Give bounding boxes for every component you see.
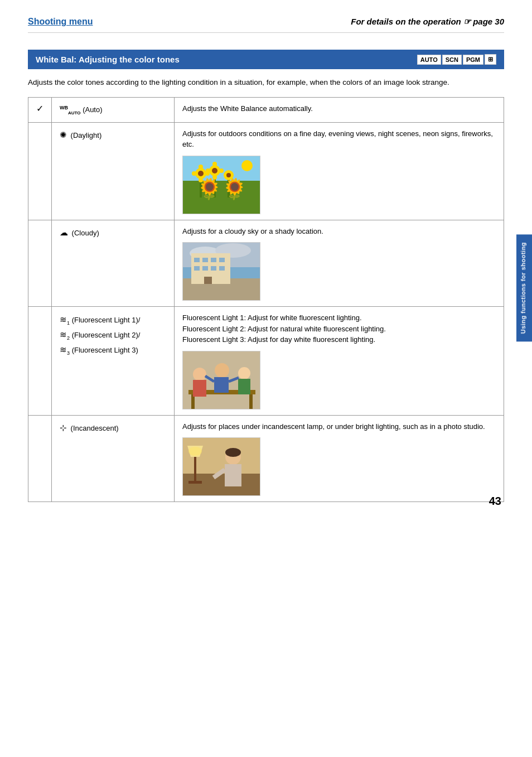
incandescent-desc-cell: Adjusts for places under incandescent la… (175, 415, 504, 502)
main-table: ✓ WBAUTO (Auto) Adjusts the White Balanc… (28, 97, 504, 502)
cloudy-icon: ☁ (60, 228, 68, 237)
empty-check-cell (28, 307, 52, 416)
svg-rect-5 (228, 177, 230, 197)
svg-point-19 (219, 168, 224, 173)
svg-point-14 (192, 171, 196, 176)
svg-point-11 (226, 173, 231, 177)
auto-description: Adjusts the White Balance automatically. (182, 104, 313, 113)
incandescent-icon: ⊹ (60, 423, 67, 432)
svg-rect-3 (200, 175, 202, 197)
fluorescent-2-icon: ≋2 (Fluorescent Light 2)/ (60, 327, 166, 343)
daylight-desc-cell: Adjusts for outdoors conditions on a fin… (175, 122, 504, 220)
cloudy-desc-cell: Adjusts for a cloudy sky or a shady loca… (175, 220, 504, 307)
table-row: ✓ WBAUTO (Auto) Adjusts the White Balanc… (28, 98, 504, 123)
daylight-photo (182, 156, 260, 214)
checkmark-icon: ✓ (36, 104, 43, 113)
section-header: White Bal: Adjusting the color tones AUT… (28, 50, 504, 69)
svg-point-12 (199, 165, 203, 169)
svg-point-18 (206, 168, 210, 173)
svg-rect-42 (214, 377, 229, 393)
svg-point-39 (193, 368, 206, 381)
svg-rect-40 (193, 380, 206, 397)
badge-pgm: PGM (463, 55, 483, 65)
for-details-text: For details on the operation ☞ page 30 (351, 17, 504, 27)
svg-rect-51 (188, 481, 202, 484)
page-header: Shooting menu For details on the operati… (28, 17, 504, 33)
svg-rect-1 (183, 181, 260, 214)
table-row: ≋1 (Fluorescent Light 1)/ ≋2 (Fluorescen… (28, 307, 504, 416)
cloudy-description: Adjusts for a cloudy sky or a shady loca… (182, 227, 323, 235)
cloudy-icon-cell: ☁ (Cloudy) (52, 220, 175, 307)
svg-point-16 (212, 162, 217, 166)
fluorescent-icon-cell: ≋1 (Fluorescent Light 1)/ ≋2 (Fluorescen… (52, 307, 175, 416)
svg-point-9 (212, 168, 217, 173)
table-row: ⊹ (Incandescent) Adjusts for places unde… (28, 415, 504, 502)
svg-rect-30 (194, 266, 200, 271)
incandescent-description: Adjusts for places under incandescent la… (182, 422, 485, 431)
side-tab: Using functions for shooting (516, 234, 532, 341)
auto-label: WBAUTO (Auto) (60, 105, 103, 114)
svg-point-41 (215, 363, 229, 378)
auto-desc-cell: Adjusts the White Balance automatically. (175, 98, 504, 123)
fluorescent-photo (182, 351, 260, 409)
svg-rect-44 (238, 379, 250, 394)
table-row: ☁ (Cloudy) Adjusts for a cloudy sky or a… (28, 220, 504, 307)
people-svg (183, 351, 260, 409)
svg-rect-34 (204, 277, 212, 284)
svg-rect-29 (219, 258, 225, 262)
svg-rect-37 (191, 394, 195, 409)
checkmark-cell: ✓ (28, 98, 52, 123)
section-title: White Bal: Adjusting the color tones (36, 55, 180, 64)
badge-scn: SCN (442, 55, 462, 65)
empty-check-cell (28, 122, 52, 220)
fluorescent-description: Fluorescent Light 1: Adjust for white fl… (182, 314, 386, 344)
fluorescent-3-icon: ≋3 (Fluorescent Light 3) (60, 343, 166, 358)
svg-rect-50 (194, 457, 196, 482)
daylight-description: Adjusts for outdoors conditions on a fin… (182, 129, 493, 149)
svg-rect-56 (225, 464, 241, 486)
svg-rect-28 (211, 258, 216, 262)
svg-point-53 (188, 447, 202, 456)
svg-rect-27 (202, 258, 208, 262)
empty-check-cell (28, 220, 52, 307)
incandescent-icon-cell: ⊹ (Incandescent) (52, 415, 175, 502)
shooting-menu-label: Shooting menu (28, 17, 93, 27)
mode-badges: AUTO SCN PGM ⊞ (417, 54, 496, 65)
svg-point-43 (238, 367, 250, 379)
svg-rect-33 (219, 266, 225, 271)
daylight-icon-cell: ✺ (Daylight) (52, 122, 175, 220)
sunflower-svg (183, 156, 260, 214)
svg-point-13 (199, 178, 203, 182)
empty-check-cell (28, 415, 52, 502)
lamp-svg (183, 437, 260, 496)
svg-point-17 (212, 175, 217, 180)
page-number: 43 (489, 495, 501, 508)
badge-grid: ⊞ (485, 54, 496, 65)
daylight-icon: ✺ (60, 130, 67, 139)
fluorescent-desc-cell: Fluorescent Light 1: Adjust for white fl… (175, 307, 504, 416)
table-row: ✺ (Daylight) Adjusts for outdoors condit… (28, 122, 504, 220)
svg-point-7 (198, 171, 204, 176)
svg-rect-38 (249, 394, 253, 409)
auto-icon-cell: WBAUTO (Auto) (52, 98, 175, 123)
fluorescent-label: ≋1 (Fluorescent Light 1)/ ≋2 (Fluorescen… (60, 312, 166, 358)
svg-rect-31 (202, 266, 208, 271)
svg-rect-32 (211, 266, 216, 271)
intro-text: Adjusts the color tones according to the… (28, 77, 504, 88)
svg-point-2 (241, 160, 253, 171)
cloudy-photo (182, 242, 260, 301)
daylight-label: ✺ (Daylight) (60, 131, 101, 139)
incandescent-label: ⊹ (Incandescent) (60, 424, 119, 432)
svg-point-55 (225, 448, 241, 457)
badge-auto: AUTO (417, 55, 441, 65)
fluorescent-1-icon: ≋1 (Fluorescent Light 1)/ (60, 312, 166, 327)
building-svg (183, 242, 260, 301)
cloudy-label: ☁ (Cloudy) (60, 229, 99, 237)
incandescent-photo (182, 437, 260, 496)
svg-rect-26 (194, 258, 200, 262)
